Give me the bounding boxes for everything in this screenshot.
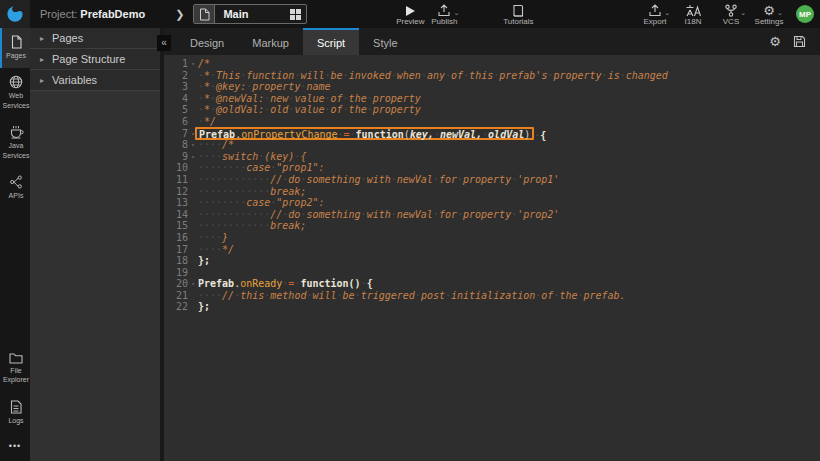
- export-button[interactable]: ⌄ Export: [638, 0, 672, 28]
- code-text: ············break;: [198, 220, 820, 232]
- i18n-button[interactable]: I18N: [676, 0, 710, 28]
- code-line[interactable]: 10········case·"prop1":: [164, 162, 820, 174]
- settings-button[interactable]: ⚙ ⌄ Settings: [752, 0, 786, 28]
- code-line[interactable]: 21····//·this·method·will·be·triggered·p…: [164, 290, 820, 302]
- tab-style[interactable]: Style: [359, 28, 411, 55]
- app-logo[interactable]: [0, 0, 30, 28]
- pages-panel: ▸ Pages ▸ Page Structure ▸ Variables «: [30, 28, 164, 461]
- tab-script[interactable]: Script: [303, 28, 359, 55]
- sidebar-item-java-services[interactable]: Java Services: [0, 118, 30, 168]
- script-settings-gear-icon[interactable]: ⚙: [769, 36, 781, 48]
- line-number: 18: [164, 255, 188, 267]
- code-line[interactable]: 22};: [164, 301, 820, 313]
- user-avatar[interactable]: MP: [796, 5, 814, 23]
- code-text: ····}: [198, 232, 820, 244]
- code-text: ·*·This·function·will·be·invoked·when·an…: [198, 70, 820, 82]
- code-line[interactable]: 2·*·This·function·will·be·invoked·when·a…: [164, 70, 820, 82]
- fold-gutter: [188, 104, 198, 116]
- editor-toolbar-icons: ⚙: [769, 28, 820, 55]
- code-line[interactable]: 15············break;: [164, 220, 820, 232]
- logs-document-icon: [10, 400, 22, 414]
- page-selector[interactable]: Main: [193, 4, 307, 24]
- code-line[interactable]: 17····*/: [164, 244, 820, 256]
- publish-icon: ⌄: [437, 3, 451, 17]
- sidebar-item-web-services[interactable]: Web Services: [0, 68, 30, 118]
- sidebar-item-logs[interactable]: Logs: [0, 393, 30, 433]
- expander-icon: ▸: [40, 55, 44, 64]
- fold-marker-icon[interactable]: ▾: [188, 278, 198, 290]
- fold-marker-icon[interactable]: ▾: [188, 58, 198, 70]
- line-number: 21: [164, 290, 188, 302]
- fold-marker-icon[interactable]: ▾: [188, 151, 198, 163]
- publish-caret-icon: ⌄: [454, 9, 460, 17]
- file-explorer-folder-icon: [9, 352, 23, 364]
- code-line[interactable]: 3·*·@key:·property·name: [164, 81, 820, 93]
- code-text: [198, 267, 820, 279]
- panel-section-page-structure[interactable]: ▸ Page Structure: [30, 49, 160, 70]
- sidebar-item-pages[interactable]: Pages: [0, 28, 30, 68]
- sidebar-more-button[interactable]: •••: [0, 433, 30, 461]
- expander-icon: ▸: [40, 34, 44, 43]
- fold-gutter: [188, 301, 198, 313]
- fold-gutter: [188, 93, 198, 105]
- code-text: ·*·@key:·property·name: [198, 81, 820, 93]
- tab-markup[interactable]: Markup: [238, 28, 303, 55]
- code-line[interactable]: 7▾Prefab.onPropertyChange·=·function(key…: [164, 128, 820, 140]
- highlighted-code-box: Prefab.onPropertyChange·=·function(key,·…: [195, 127, 534, 140]
- preview-button[interactable]: Preview: [393, 0, 427, 28]
- code-editor[interactable]: 1▾/*2·*·This·function·will·be·invoked·wh…: [164, 55, 820, 461]
- fold-gutter: [188, 81, 198, 93]
- page-grid-icon[interactable]: [284, 9, 306, 20]
- i18n-language-icon: [685, 3, 701, 17]
- sidebar-item-apis[interactable]: APIs: [0, 168, 30, 208]
- fold-gutter: [188, 290, 198, 302]
- fold-gutter: [188, 267, 198, 279]
- fold-gutter: [188, 255, 198, 267]
- panel-section-variables[interactable]: ▸ Variables: [30, 70, 160, 91]
- code-line[interactable]: 18};: [164, 255, 820, 267]
- line-number: 9: [164, 151, 188, 163]
- fold-marker-icon[interactable]: ▾: [188, 139, 198, 151]
- code-lines: 1▾/*2·*·This·function·will·be·invoked·wh…: [164, 58, 820, 313]
- fold-gutter: [188, 162, 198, 174]
- tutorials-button[interactable]: Tutorials: [501, 0, 535, 28]
- panel-collapse-button[interactable]: «: [157, 35, 171, 51]
- code-line[interactable]: 13········case·"prop2":: [164, 197, 820, 209]
- fold-gutter: [188, 186, 198, 198]
- code-line[interactable]: 1▾/*: [164, 58, 820, 70]
- code-line[interactable]: 8▾····/*: [164, 139, 820, 151]
- line-number: 6: [164, 116, 188, 128]
- code-line[interactable]: 19: [164, 267, 820, 279]
- line-number: 7: [164, 128, 188, 140]
- code-line[interactable]: 5·*·@oldVal:·old·value·of·the·property: [164, 104, 820, 116]
- publish-button[interactable]: ⌄ Publish: [427, 0, 461, 28]
- topbar-right-group: ⌄ Export I18N ⌄ V: [638, 0, 820, 28]
- web-services-globe-icon: [9, 75, 23, 89]
- line-number: 20: [164, 278, 188, 290]
- wavemaker-logo-icon: [6, 5, 24, 23]
- sidebar-item-file-explorer[interactable]: File Explorer: [0, 345, 30, 393]
- code-text: ········case·"prop2":: [198, 197, 820, 209]
- panel-section-pages[interactable]: ▸ Pages: [30, 28, 160, 49]
- line-number: 19: [164, 267, 188, 279]
- code-line[interactable]: 16····}: [164, 232, 820, 244]
- code-line[interactable]: 6·*/: [164, 116, 820, 128]
- code-line[interactable]: 4·*·@newVal:·new·value·of·the·property: [164, 93, 820, 105]
- line-number: 15: [164, 220, 188, 232]
- code-line[interactable]: 12············break;: [164, 186, 820, 198]
- line-number: 8: [164, 139, 188, 151]
- fold-gutter: [188, 197, 198, 209]
- code-line[interactable]: 11············//·do·something·with·newVa…: [164, 174, 820, 186]
- code-line[interactable]: 9▾····switch·(key)·{: [164, 151, 820, 163]
- export-icon: ⌄: [648, 3, 662, 17]
- apis-connector-icon: [9, 175, 23, 189]
- code-text: ····*/: [198, 244, 820, 256]
- save-icon[interactable]: [793, 35, 806, 48]
- vcs-button[interactable]: ⌄ VCS: [714, 0, 748, 28]
- line-number: 4: [164, 93, 188, 105]
- code-line[interactable]: 14············//·do·something·with·newVa…: [164, 209, 820, 221]
- vcs-branch-icon: ⌄: [724, 3, 738, 17]
- editor-tab-bar: Design Markup Script Style ⚙: [164, 28, 820, 55]
- tab-design[interactable]: Design: [176, 28, 238, 55]
- code-line[interactable]: 20▾Prefab.onReady·=·function()·{: [164, 278, 820, 290]
